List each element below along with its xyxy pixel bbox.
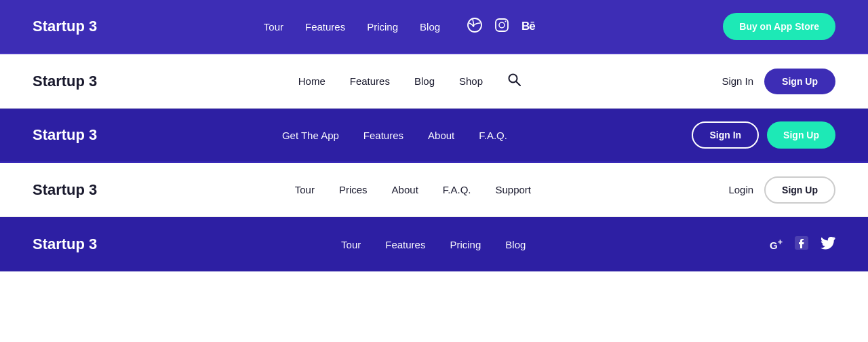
navbar-2: Startup 3 Home Features Blog Shop Sign I… [0,54,868,109]
navbar4-logo: Startup 3 [33,181,97,199]
navbar1-link-pricing[interactable]: Pricing [367,21,398,33]
svg-line-5 [517,82,521,86]
navbar2-link-shop[interactable]: Shop [459,75,483,87]
twitter-icon[interactable] [821,236,835,253]
behance-icon[interactable]: Bē [521,20,535,33]
navbar3-nav-links: Get The App Features About F.A.Q. [282,130,507,141]
dribbble-icon[interactable] [467,18,482,36]
navbar3-link-features[interactable]: Features [363,130,403,141]
navbar4-link-prices[interactable]: Prices [339,184,368,195]
navbar1-link-blog[interactable]: Blog [420,21,440,33]
svg-point-3 [505,20,507,22]
navbar4-link-about[interactable]: About [392,184,418,195]
navbar1-link-features[interactable]: Features [305,21,345,33]
navbar4-auth: Login Sign Up [728,176,835,204]
navbar3-link-gettheapp[interactable]: Get The App [282,130,339,141]
navbar2-signin[interactable]: Sign In [722,75,753,87]
instagram-icon[interactable] [494,18,509,36]
navbar4-link-tour[interactable]: Tour [295,184,315,195]
navbar5-link-pricing[interactable]: Pricing [450,239,481,250]
navbar3-signin-btn[interactable]: Sign In [692,121,759,149]
navbar2-auth: Sign In Sign Up [722,69,835,94]
navbar1-nav-links: Tour Features Pricing Blog [264,18,535,36]
navbar3-link-faq[interactable]: F.A.Q. [479,130,507,141]
navbar5-social-icons: G+ [770,236,835,253]
navbar5-link-tour[interactable]: Tour [341,239,361,250]
navbar2-signup-btn[interactable]: Sign Up [764,69,835,94]
search-icon[interactable] [507,73,521,90]
navbar3-signup-btn[interactable]: Sign Up [767,121,835,149]
navbar-4: Startup 3 Tour Prices About F.A.Q. Suppo… [0,163,868,217]
navbar-5: Startup 3 Tour Features Pricing Blog G+ [0,217,868,271]
navbar4-login[interactable]: Login [728,184,753,195]
navbar5-logo: Startup 3 [33,235,97,253]
navbar2-link-home[interactable]: Home [298,75,326,87]
gplus-icon[interactable]: G+ [770,238,783,251]
navbar5-nav-links: Tour Features Pricing Blog [341,239,526,250]
navbar1-logo: Startup 3 [33,18,97,35]
navbar4-link-support[interactable]: Support [495,184,531,195]
navbar-3: Startup 3 Get The App Features About F.A… [0,109,868,163]
navbar1-buy-btn[interactable]: Buy on App Store [723,13,835,40]
navbar4-nav-links: Tour Prices About F.A.Q. Support [295,184,531,195]
navbar1-social-icons: Bē [467,18,535,36]
navbar2-logo: Startup 3 [33,73,97,90]
navbar3-auth: Sign In Sign Up [692,121,835,149]
navbar1-link-tour[interactable]: Tour [264,21,283,33]
svg-point-4 [509,75,517,83]
navbar3-logo: Startup 3 [33,126,97,144]
navbar-1: Startup 3 Tour Features Pricing Blog [0,0,868,54]
navbar4-signup-btn[interactable]: Sign Up [764,176,835,204]
svg-point-2 [499,22,505,28]
navbar4-link-faq[interactable]: F.A.Q. [443,184,471,195]
svg-rect-1 [496,19,508,31]
navbar2-nav-links: Home Features Blog Shop [298,73,521,90]
facebook-icon[interactable] [795,236,808,253]
navbar3-link-about[interactable]: About [428,130,454,141]
navbar2-link-blog[interactable]: Blog [414,75,435,87]
navbar2-link-features[interactable]: Features [350,75,390,87]
navbar5-link-features[interactable]: Features [385,239,425,250]
navbar5-link-blog[interactable]: Blog [505,239,526,250]
